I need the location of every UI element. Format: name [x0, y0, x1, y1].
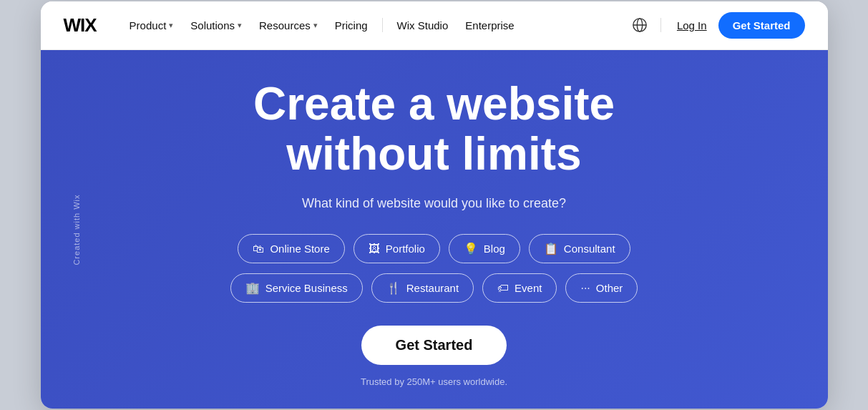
nav-enterprise[interactable]: Enterprise	[458, 14, 521, 37]
nav-divider	[382, 18, 383, 32]
resources-chevron-icon: ▾	[313, 21, 318, 30]
hero-get-started-button[interactable]: Get Started	[361, 326, 507, 365]
category-event[interactable]: 🏷 Event	[482, 273, 557, 303]
browser-frame: WIX Product ▾ Solutions ▾ Resources ▾ Pr…	[41, 1, 828, 409]
wix-logo[interactable]: WIX	[64, 14, 97, 36]
category-buttons: 🛍 Online Store 🖼 Portfolio 💡 Blog 📋 Cons…	[230, 234, 638, 303]
blog-icon: 💡	[464, 242, 478, 255]
nav-actions: Log In Get Started	[632, 12, 805, 39]
category-row-1: 🛍 Online Store 🖼 Portfolio 💡 Blog 📋 Cons…	[238, 234, 630, 263]
service-business-icon: 🏢	[245, 281, 260, 295]
event-icon: 🏷	[497, 282, 509, 295]
online-store-icon: 🛍	[253, 243, 264, 255]
nav-product[interactable]: Product ▾	[122, 14, 181, 37]
hero-title: Create a website without limits	[253, 79, 615, 180]
trust-text: Trusted by 250M+ users worldwide.	[361, 376, 507, 387]
login-link[interactable]: Log In	[674, 19, 710, 31]
category-online-store[interactable]: 🛍 Online Store	[238, 234, 344, 263]
hero-section: Created with Wix Create a website withou…	[41, 50, 828, 409]
other-icon: ···	[580, 282, 590, 295]
consultant-icon: 📋	[544, 242, 558, 255]
navbar: WIX Product ▾ Solutions ▾ Resources ▾ Pr…	[41, 1, 828, 50]
solutions-chevron-icon: ▾	[238, 21, 242, 30]
nav-resources[interactable]: Resources ▾	[252, 14, 325, 37]
restaurant-icon: 🍴	[386, 281, 401, 295]
nav-get-started-button[interactable]: Get Started	[718, 12, 805, 39]
hero-subtitle: What kind of website would you like to c…	[302, 196, 566, 211]
category-other[interactable]: ··· Other	[565, 273, 638, 303]
nav-solutions[interactable]: Solutions ▾	[183, 14, 249, 37]
globe-icon[interactable]	[632, 17, 648, 33]
portfolio-icon: 🖼	[369, 243, 380, 255]
category-consultant[interactable]: 📋 Consultant	[529, 234, 630, 263]
nav-links: Product ▾ Solutions ▾ Resources ▾ Pricin…	[122, 14, 615, 37]
side-label: Created with Wix	[72, 194, 80, 265]
category-blog[interactable]: 💡 Blog	[449, 234, 520, 263]
product-chevron-icon: ▾	[169, 21, 173, 30]
nav-wix-studio[interactable]: Wix Studio	[390, 14, 456, 37]
category-row-2: 🏢 Service Business 🍴 Restaurant 🏷 Event …	[230, 273, 638, 303]
category-portfolio[interactable]: 🖼 Portfolio	[353, 234, 440, 263]
category-service-business[interactable]: 🏢 Service Business	[230, 273, 363, 303]
category-restaurant[interactable]: 🍴 Restaurant	[371, 273, 474, 303]
nav-action-divider	[660, 18, 661, 32]
nav-pricing[interactable]: Pricing	[328, 14, 375, 37]
